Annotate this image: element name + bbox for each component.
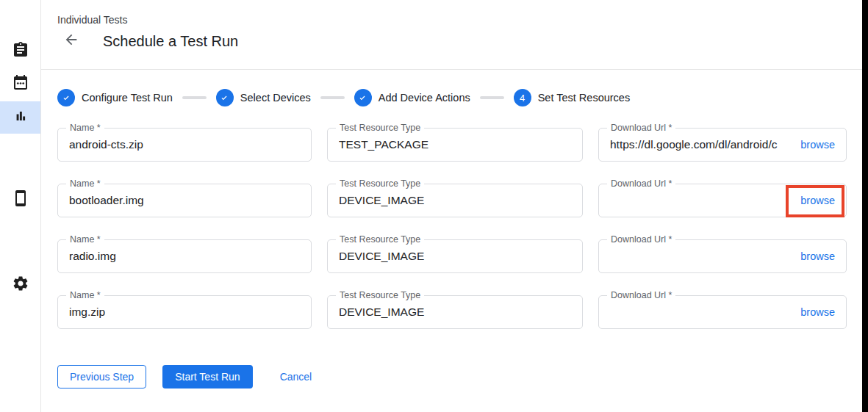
main-content: Individual Tests Schedule a Test Run Con… <box>41 0 862 412</box>
step-label: Configure Test Run <box>82 92 173 104</box>
resource-type-input[interactable]: Test Resource Type DEVICE_IMAGE <box>327 239 583 273</box>
breadcrumb: Individual Tests <box>57 0 862 26</box>
action-bar: Previous Step Start Test Run Cancel <box>57 365 847 388</box>
sidebar-item-devices[interactable] <box>0 184 40 216</box>
download-url-label: Download Url * <box>607 289 675 302</box>
sidebar-item-plans[interactable] <box>0 68 40 100</box>
check-icon <box>354 89 372 106</box>
resource-type-label: Test Resource Type <box>336 178 424 190</box>
step-configure-test-run[interactable]: Configure Test Run <box>57 89 173 106</box>
name-label: Name * <box>66 289 104 302</box>
resource-type-label: Test Resource Type <box>336 289 424 302</box>
resource-type-label: Test Resource Type <box>336 234 424 246</box>
calendar-icon <box>12 73 29 94</box>
assignment-icon <box>12 41 29 62</box>
resource-type-label: Test Resource Type <box>336 122 424 134</box>
name-label: Name * <box>66 178 104 190</box>
test-resources-form: Name * android-cts.zip Test Resource Typ… <box>57 128 847 329</box>
name-input[interactable]: Name * radio.img <box>57 239 312 273</box>
resource-type-input[interactable]: Test Resource Type DEVICE_IMAGE <box>327 184 583 217</box>
cancel-button[interactable]: Cancel <box>280 365 312 388</box>
name-value: android-cts.zip <box>69 138 300 151</box>
resource-type-value: DEVICE_IMAGE <box>339 250 571 263</box>
step-set-test-resources[interactable]: 4 Set Test Resources <box>514 89 630 106</box>
browse-button[interactable]: browse <box>800 139 835 151</box>
page-title: Schedule a Test Run <box>103 33 238 50</box>
browse-button[interactable]: browse <box>800 250 835 262</box>
sidebar-item-settings[interactable] <box>0 269 40 301</box>
resource-type-input[interactable]: Test Resource Type TEST_PACKAGE <box>327 128 583 162</box>
name-input[interactable]: Name * android-cts.zip <box>57 128 312 162</box>
download-url-label: Download Url * <box>607 122 675 134</box>
name-input[interactable]: Name * img.zip <box>57 295 312 329</box>
download-url-label: Download Url * <box>607 234 675 246</box>
settings-gear-icon <box>12 275 29 295</box>
step-label: Add Device Actions <box>379 92 470 104</box>
step-connector <box>320 96 345 99</box>
previous-step-button[interactable]: Previous Step <box>57 365 146 388</box>
name-label: Name * <box>66 234 104 246</box>
sidebar-item-test-runs[interactable] <box>0 101 40 134</box>
stepper: Configure Test Run Select Devices Add De… <box>57 89 847 106</box>
check-icon <box>216 89 234 106</box>
start-test-run-button[interactable]: Start Test Run <box>162 365 252 388</box>
resource-type-value: DEVICE_IMAGE <box>339 194 571 207</box>
download-url-value: https://dl.google.com/dl/android/c <box>610 138 795 151</box>
step-connector <box>182 96 207 99</box>
sidebar <box>0 0 41 412</box>
step-add-device-actions[interactable]: Add Device Actions <box>354 89 470 106</box>
browse-button[interactable]: browse <box>800 306 835 318</box>
app-window: Individual Tests Schedule a Test Run Con… <box>0 0 868 412</box>
back-button[interactable] <box>62 32 80 50</box>
download-url-input[interactable]: Download Url * browse <box>598 184 847 217</box>
step-select-devices[interactable]: Select Devices <box>216 89 311 106</box>
page-header: Individual Tests Schedule a Test Run <box>41 0 862 70</box>
name-value: radio.img <box>69 250 300 263</box>
download-url-input[interactable]: Download Url * browse <box>598 239 847 273</box>
download-url-label: Download Url * <box>607 178 675 190</box>
browse-button[interactable]: browse <box>800 195 835 206</box>
resource-type-input[interactable]: Test Resource Type DEVICE_IMAGE <box>327 295 583 329</box>
download-url-input[interactable]: Download Url * browse <box>598 295 847 329</box>
step-connector <box>480 96 504 99</box>
check-icon <box>57 89 75 106</box>
step-label: Select Devices <box>240 92 311 104</box>
sidebar-item-tests[interactable] <box>0 35 40 68</box>
smartphone-icon <box>12 189 29 210</box>
arrow-back-icon <box>63 32 79 51</box>
name-value: bootloader.img <box>69 194 300 207</box>
name-value: img.zip <box>69 306 300 319</box>
name-input[interactable]: Name * bootloader.img <box>57 184 312 217</box>
name-label: Name * <box>66 122 104 134</box>
window-edge-strip <box>862 0 868 412</box>
resource-type-value: DEVICE_IMAGE <box>339 306 571 319</box>
download-url-input[interactable]: Download Url * https://dl.google.com/dl/… <box>598 128 847 162</box>
bar-chart-icon <box>12 107 29 128</box>
step-number-badge: 4 <box>514 89 531 106</box>
step-label: Set Test Resources <box>538 92 630 104</box>
resource-type-value: TEST_PACKAGE <box>339 138 571 151</box>
